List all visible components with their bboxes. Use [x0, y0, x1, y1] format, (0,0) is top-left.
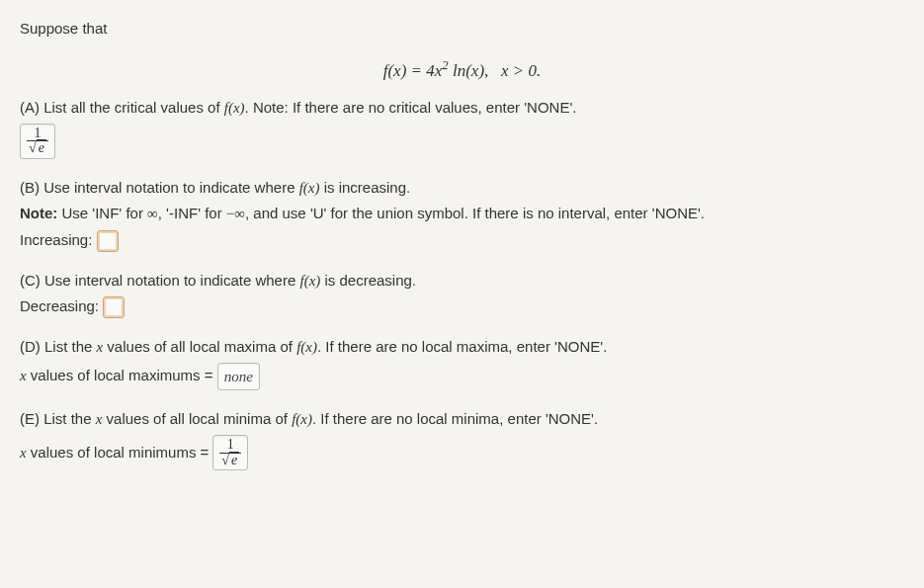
part-e-prompt: (E) List the x values of all local minim… [20, 408, 904, 431]
increasing-label: Increasing: [20, 231, 92, 248]
part-c-answer-row: Decreasing: [20, 295, 904, 318]
intro-text: Suppose that [20, 18, 904, 41]
part-e-answer-box[interactable]: 1 e [212, 435, 248, 470]
part-a-answer-box[interactable]: 1 e [20, 124, 55, 159]
part-e-answer-row: x values of local minimums = 1 e [20, 435, 904, 470]
part-b-answer-row: Increasing: [20, 229, 904, 252]
part-a-prompt: (A) List all the critical values of f(x)… [20, 97, 904, 120]
part-c-prompt: (C) Use interval notation to indicate wh… [20, 270, 904, 293]
part-b-note: Note: Use 'INF' for ∞, '-INF' for −∞, an… [20, 203, 904, 225]
part-e-answer-fraction: 1 e [219, 438, 241, 467]
part-d-answer-box[interactable]: none [217, 363, 260, 391]
part-c: (C) Use interval notation to indicate wh… [20, 270, 904, 319]
part-e: (E) List the x values of all local minim… [20, 408, 904, 470]
part-d-answer-row: x values of local maximums = none [20, 363, 904, 391]
part-b-answer-box[interactable] [97, 230, 119, 252]
equation: f(x) = 4x2 ln(x), x > 0. [20, 58, 904, 84]
intro: Suppose that [20, 20, 107, 37]
part-c-answer-box[interactable] [103, 296, 125, 318]
part-a: (A) List all the critical values of f(x)… [20, 97, 904, 159]
part-b-prompt: (B) Use interval notation to indicate wh… [20, 177, 904, 200]
part-d-prompt: (D) List the x values of all local maxim… [20, 336, 904, 359]
part-b: (B) Use interval notation to indicate wh… [20, 177, 904, 252]
decreasing-label: Decreasing: [20, 297, 99, 314]
part-a-answer-fraction: 1 e [27, 126, 48, 156]
part-d: (D) List the x values of all local maxim… [20, 336, 904, 390]
